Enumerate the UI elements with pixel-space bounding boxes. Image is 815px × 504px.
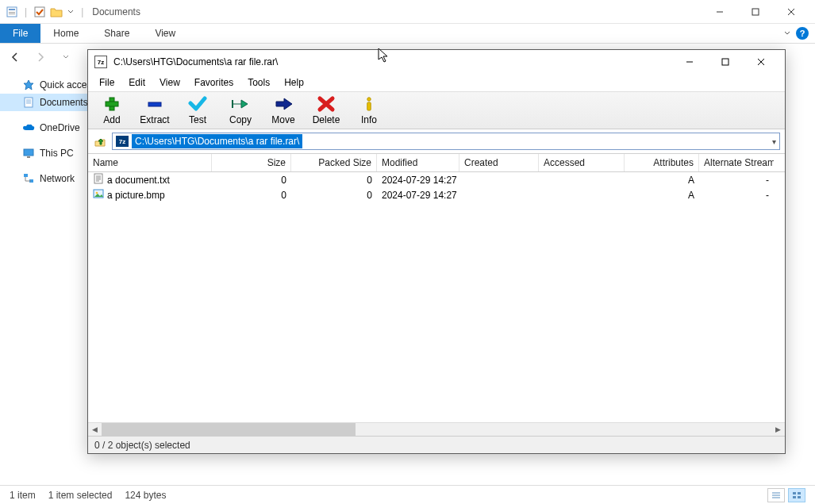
view-tab[interactable]: View [142,24,188,43]
file-name: a picture.bmp [107,190,165,201]
scrollbar-thumb[interactable] [102,423,356,436]
extract-button[interactable]: Extract [134,94,175,127]
network-icon [22,172,35,185]
cell-attributes: A [625,189,699,202]
menu-favorites[interactable]: Favorites [188,75,240,90]
col-attributes[interactable]: Attributes [625,154,699,171]
view-icons-button[interactable] [788,488,805,502]
info-icon [359,95,379,113]
toolbar-label: Add [103,114,120,125]
sz-maximize-button[interactable] [707,51,743,74]
qat-icons: | | [6,6,86,17]
col-name[interactable]: Name [88,154,212,171]
cell-modified: 2024-07-29 14:27 [377,174,459,187]
home-tab[interactable]: Home [40,24,91,43]
file-list[interactable]: a document.txt002024-07-29 14:27A-a pict… [88,172,785,422]
cell-created [459,179,539,181]
list-item[interactable]: a document.txt002024-07-29 14:27A- [88,172,785,187]
properties-icon[interactable] [6,6,17,17]
toolbar-label: Move [271,114,294,125]
chevron-down-icon[interactable] [67,9,74,15]
sevenzip-titlebar[interactable]: 7z C:\Users\HTG\Documents\a rar file.rar… [88,50,785,74]
cell-altstream: - [699,189,774,202]
separator: | [81,6,83,17]
menu-view[interactable]: View [153,75,186,90]
svg-rect-24 [793,496,796,498]
checkbox-icon[interactable] [34,6,45,17]
path-field[interactable]: 7z C:\Users\HTG\Documents\a rar file.rar… [112,133,780,150]
menu-file[interactable]: File [93,75,121,90]
path-text: C:\Users\HTG\Documents\a rar file.rar\ [132,134,302,148]
svg-rect-15 [24,174,28,177]
sevenzip-toolbar: Add Extract Test Copy Move Delete Info [88,91,785,129]
toolbar-label: Copy [229,114,252,125]
sevenzip-title: C:\Users\HTG\Documents\a rar file.rar\ [113,56,278,67]
svg-rect-32 [148,102,161,106]
add-button[interactable]: Add [91,94,133,127]
status-count: 1 item [10,490,36,501]
svg-rect-3 [9,13,15,14]
status-selected: 1 item selected [48,490,113,501]
share-tab[interactable]: Share [91,24,142,43]
cell-modified: 2024-07-29 14:27 [377,189,459,202]
sidebar-label: Network [40,173,75,184]
scroll-right-button[interactable]: ▶ [771,423,785,436]
help-icon[interactable]: ? [796,27,809,40]
test-button[interactable]: Test [177,94,218,127]
move-button[interactable]: Move [263,94,304,127]
recent-dropdown[interactable] [57,48,75,66]
menu-edit[interactable]: Edit [122,75,152,90]
svg-rect-22 [793,492,796,494]
info-button[interactable]: Info [348,94,390,127]
explorer-titlebar: | | Documents [0,0,815,24]
chevron-down-icon[interactable]: ▾ [772,137,776,146]
toolbar-label: Extract [140,114,169,125]
view-details-button[interactable] [767,488,785,502]
col-altstream[interactable]: Alternate Stream [699,154,774,171]
delete-button[interactable]: Delete [306,94,347,127]
sidebar-label: OneDrive [40,122,80,133]
copy-button[interactable]: Copy [220,94,261,127]
svg-rect-23 [798,492,801,494]
forward-button[interactable] [32,48,49,66]
back-button[interactable] [6,48,24,66]
horizontal-scrollbar[interactable]: ◀ ▶ [88,422,785,436]
monitor-icon [22,147,35,160]
col-created[interactable]: Created [459,154,539,171]
col-accessed[interactable]: Accessed [539,154,625,171]
file-name: a document.txt [107,175,170,186]
explorer-ribbon: File Home Share View ? [0,24,815,44]
svg-point-34 [367,98,371,101]
cell-altstream: - [699,174,774,187]
up-folder-button[interactable] [93,134,107,148]
sevenzip-window: 7z C:\Users\HTG\Documents\a rar file.rar… [87,49,786,454]
col-packedsize[interactable]: Packed Size [291,154,377,171]
sevenzip-icon: 7z [94,56,107,68]
minimize-button[interactable] [702,0,737,23]
file-tab[interactable]: File [0,24,40,43]
chevron-down-icon[interactable] [783,29,791,37]
svg-rect-2 [9,12,15,13]
col-modified[interactable]: Modified [377,154,459,171]
svg-rect-6 [752,9,759,15]
separator: | [25,6,27,17]
sz-minimize-button[interactable] [671,51,707,74]
maximize-button[interactable] [737,0,773,23]
folder-icon[interactable] [50,6,63,17]
minus-icon [144,95,165,113]
sevenzip-statusbar: 0 / 2 object(s) selected [88,436,785,453]
col-size[interactable]: Size [212,154,291,171]
list-item[interactable]: a picture.bmp002024-07-29 14:27A- [88,187,785,202]
sz-close-button[interactable] [743,51,778,74]
cell-size: 0 [212,189,291,202]
svg-rect-35 [367,102,371,110]
menu-help[interactable]: Help [278,75,310,90]
scroll-left-button[interactable]: ◀ [88,423,102,436]
close-button[interactable] [773,0,809,23]
cell-accessed [539,179,625,181]
check-icon [187,95,208,113]
cell-created [459,194,539,196]
menu-tools[interactable]: Tools [241,75,276,90]
svg-rect-13 [24,149,33,156]
svg-rect-31 [106,102,118,106]
